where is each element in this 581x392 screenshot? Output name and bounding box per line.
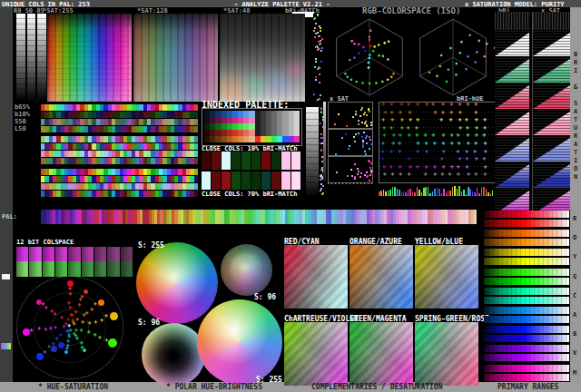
spoke-end-dot [108,338,117,348]
wedge [495,164,529,188]
plus-marker: + [408,156,411,162]
spoke-marker: + [68,286,72,292]
primary-range-strip [484,307,569,314]
plus-marker: + [409,117,412,123]
plus-marker: + [383,172,387,178]
hue-saturation-wheel: ++++++++++++++++++++++++++++++++++++++++… [16,276,123,379]
primary-range-strip [484,249,569,256]
spoke-marker: + [44,327,47,333]
primary-range-letter: G [573,273,576,280]
xsat-scatter-box-1 [328,102,373,129]
plus-marker: + [484,149,487,155]
gradient-strip [41,112,198,118]
brihue-scatter-plot: ++++++++++++++++++++++++++++++++++++++++… [379,102,497,183]
gray-ramp-1 [16,14,25,102]
close-cols-70-title: CLOSE COLS: 70% bRI-MATCh [202,191,297,198]
noise-dot [313,30,315,32]
spoke-end-dot [23,328,30,336]
scatter-dot [355,111,357,113]
gradient-strip [41,143,198,150]
plus-marker: + [381,156,385,162]
gray-ramp-2 [27,14,36,102]
scatter-dot [364,112,366,113]
close-col-swatch [271,172,281,190]
close-col-swatch [241,172,251,190]
scatter-dot [370,170,372,172]
spoke-marker: + [100,318,103,324]
scatter-dot [369,174,371,176]
plus-marker: + [441,110,445,116]
spoke-end-dot [64,350,68,354]
plus-marker: + [458,141,461,147]
colspace-tile [16,247,28,277]
scatter-dot [358,132,359,134]
comp-panel-yellow-blue [415,245,478,309]
plus-marker: + [399,132,402,139]
palette-cell [294,111,300,117]
close-cols-10-swatches [202,152,300,170]
spoke-marker: + [87,329,91,336]
strip-segment [194,151,198,157]
scatter-dot [369,148,370,150]
noise-dot [320,133,322,135]
scatter-dot [366,176,368,178]
plus-marker: + [431,102,435,108]
noise-dot [315,23,317,24]
gradient-strip [41,151,198,157]
noise-dot [320,175,321,177]
plus-marker: + [475,117,478,123]
noise-dot [317,32,319,34]
strip-label-s50: S50 [15,118,26,125]
spoke-marker: + [94,319,97,326]
noise-dot [319,82,320,83]
noise-dot [320,50,322,52]
close-col-swatch [231,152,241,170]
scatter-dot [352,116,354,118]
scatter-dot [334,123,336,125]
scatter-dot [360,172,362,174]
spoke-marker: + [88,320,92,327]
colspace-tile [94,247,106,277]
rgb-colorspace-title: RGB-COLORSPACE (ISO) [362,6,460,15]
wedge [533,85,570,109]
noise-dot [315,76,317,78]
spoke-marker: + [94,332,97,338]
spoke-marker: + [81,319,84,326]
spoke-marker: + [75,336,79,342]
noise-dot [317,68,319,70]
spoke-end-dot [98,299,104,306]
spoke-end-dot [83,348,86,352]
scatter-dot [354,176,356,178]
comp-panel-springgreen-rose [415,322,478,386]
hist-bar [379,191,380,196]
wedge [495,85,529,109]
wedge [533,191,570,211]
gradient-strip [41,126,198,132]
plus-marker: + [473,149,477,155]
spoke-marker: + [67,300,71,307]
close-col-swatch [202,172,211,190]
hue-map-sat255 [47,14,132,102]
spoke-marker: + [37,326,41,332]
noise-dot [317,99,319,101]
plus-marker: + [399,110,402,116]
primary-range-strip [484,230,569,237]
plus-marker: + [483,117,487,123]
plus-marker: + [441,132,445,139]
plus-marker: + [398,149,401,155]
plus-marker: + [424,164,428,171]
plus-marker: + [439,117,443,123]
strip-segment [194,136,198,142]
plus-marker: + [466,125,469,132]
bri-match-ramp [306,107,319,195]
colspace-tile [43,247,54,277]
spoke-end-dot [84,289,88,294]
plus-marker: + [483,141,487,147]
spoke-marker: + [41,301,44,308]
scatter-dot [365,153,367,155]
plus-marker: + [408,110,411,116]
primary-range-strip [484,258,569,265]
noise-dot [314,27,316,29]
wedge-divider-line [532,12,533,211]
plus-marker: + [381,141,385,147]
